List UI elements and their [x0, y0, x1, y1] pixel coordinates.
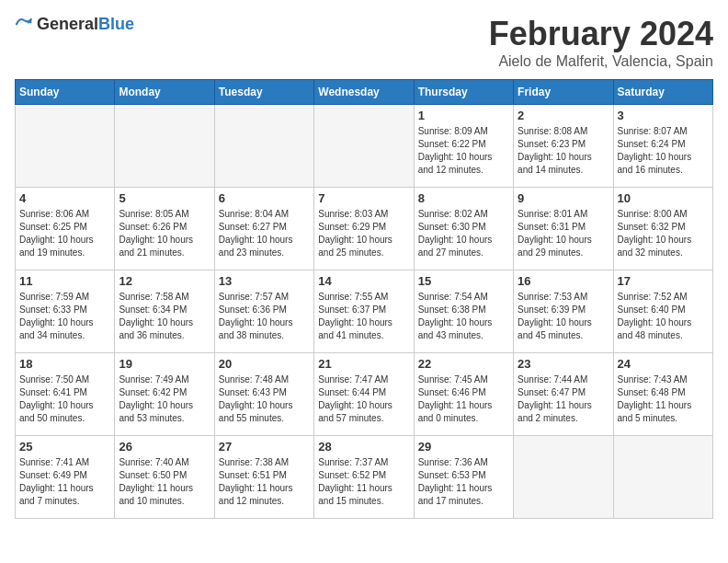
day-info: Sunrise: 8:05 AMSunset: 6:26 PMDaylight:…	[119, 208, 210, 259]
calendar-cell	[514, 436, 613, 519]
day-number: 5	[119, 191, 210, 205]
day-number: 15	[418, 274, 509, 288]
weekday-header-tuesday: Tuesday	[214, 80, 313, 105]
calendar-cell: 18Sunrise: 7:50 AMSunset: 6:41 PMDayligh…	[16, 353, 115, 436]
calendar-week-3: 11Sunrise: 7:59 AMSunset: 6:33 PMDayligh…	[16, 270, 713, 353]
day-info: Sunrise: 7:40 AMSunset: 6:50 PMDaylight:…	[119, 456, 210, 508]
day-number: 9	[518, 191, 609, 205]
day-number: 20	[219, 357, 310, 371]
calendar-cell	[214, 105, 313, 188]
calendar-cell: 15Sunrise: 7:54 AMSunset: 6:38 PMDayligh…	[414, 270, 513, 353]
calendar-week-5: 25Sunrise: 7:41 AMSunset: 6:49 PMDayligh…	[16, 436, 713, 519]
day-info: Sunrise: 7:55 AMSunset: 6:37 PMDaylight:…	[318, 291, 409, 342]
day-number: 14	[318, 274, 409, 288]
weekday-header-friday: Friday	[514, 80, 613, 105]
calendar-cell: 3Sunrise: 8:07 AMSunset: 6:24 PMDaylight…	[613, 105, 712, 188]
calendar-cell: 22Sunrise: 7:45 AMSunset: 6:46 PMDayligh…	[414, 353, 513, 436]
day-info: Sunrise: 8:02 AMSunset: 6:30 PMDaylight:…	[418, 208, 509, 259]
page-header: GeneralBlue February 2024 Aielo de Malfe…	[15, 15, 713, 70]
day-info: Sunrise: 7:49 AMSunset: 6:42 PMDaylight:…	[119, 373, 210, 425]
day-info: Sunrise: 8:04 AMSunset: 6:27 PMDaylight:…	[219, 208, 310, 259]
calendar-cell: 24Sunrise: 7:43 AMSunset: 6:48 PMDayligh…	[613, 353, 712, 436]
logo-text: GeneralBlue	[37, 15, 134, 34]
day-number: 24	[618, 357, 709, 371]
calendar-cell: 9Sunrise: 8:01 AMSunset: 6:31 PMDaylight…	[514, 188, 613, 270]
day-number: 22	[418, 357, 509, 371]
day-number: 13	[219, 274, 310, 288]
weekday-header-sunday: Sunday	[16, 80, 115, 105]
day-info: Sunrise: 7:58 AMSunset: 6:34 PMDaylight:…	[119, 291, 210, 342]
day-info: Sunrise: 8:00 AMSunset: 6:32 PMDaylight:…	[618, 208, 709, 259]
day-number: 26	[119, 440, 210, 454]
day-info: Sunrise: 7:38 AMSunset: 6:51 PMDaylight:…	[219, 456, 310, 508]
location-subtitle: Aielo de Malferit, Valencia, Spain	[489, 53, 713, 70]
calendar-cell: 16Sunrise: 7:53 AMSunset: 6:39 PMDayligh…	[514, 270, 613, 353]
day-number: 1	[418, 109, 509, 122]
day-number: 6	[219, 191, 310, 205]
calendar-cell: 26Sunrise: 7:40 AMSunset: 6:50 PMDayligh…	[115, 436, 214, 519]
title-block: February 2024 Aielo de Malferit, Valenci…	[489, 15, 713, 70]
day-number: 8	[418, 191, 509, 205]
calendar-body: 1Sunrise: 8:09 AMSunset: 6:22 PMDaylight…	[16, 105, 713, 519]
calendar-week-2: 4Sunrise: 8:06 AMSunset: 6:25 PMDaylight…	[16, 188, 713, 270]
calendar-cell: 5Sunrise: 8:05 AMSunset: 6:26 PMDaylight…	[115, 188, 214, 270]
day-info: Sunrise: 8:09 AMSunset: 6:22 PMDaylight:…	[418, 125, 509, 177]
logo-general: General	[37, 15, 98, 33]
calendar-cell: 2Sunrise: 8:08 AMSunset: 6:23 PMDaylight…	[514, 105, 613, 188]
day-number: 21	[318, 357, 409, 371]
calendar-cell: 19Sunrise: 7:49 AMSunset: 6:42 PMDayligh…	[115, 353, 214, 436]
calendar-cell: 12Sunrise: 7:58 AMSunset: 6:34 PMDayligh…	[115, 270, 214, 353]
calendar-cell: 7Sunrise: 8:03 AMSunset: 6:29 PMDaylight…	[314, 188, 414, 270]
calendar-cell: 27Sunrise: 7:38 AMSunset: 6:51 PMDayligh…	[214, 436, 313, 519]
day-info: Sunrise: 7:50 AMSunset: 6:41 PMDaylight:…	[19, 373, 110, 425]
day-number: 19	[119, 357, 210, 371]
logo-blue: Blue	[98, 15, 134, 33]
weekday-header-monday: Monday	[115, 80, 214, 105]
day-number: 11	[19, 274, 110, 288]
day-number: 16	[518, 274, 609, 288]
calendar-cell	[314, 105, 414, 188]
day-number: 10	[618, 191, 709, 205]
day-info: Sunrise: 8:03 AMSunset: 6:29 PMDaylight:…	[318, 208, 409, 259]
calendar-cell: 29Sunrise: 7:36 AMSunset: 6:53 PMDayligh…	[414, 436, 513, 519]
logo-icon	[15, 16, 33, 34]
day-info: Sunrise: 7:47 AMSunset: 6:44 PMDaylight:…	[318, 373, 409, 425]
day-info: Sunrise: 7:44 AMSunset: 6:47 PMDaylight:…	[518, 373, 609, 425]
day-info: Sunrise: 7:41 AMSunset: 6:49 PMDaylight:…	[19, 456, 110, 508]
day-info: Sunrise: 7:45 AMSunset: 6:46 PMDaylight:…	[418, 373, 509, 425]
calendar-cell: 1Sunrise: 8:09 AMSunset: 6:22 PMDaylight…	[414, 105, 513, 188]
day-info: Sunrise: 7:48 AMSunset: 6:43 PMDaylight:…	[219, 373, 310, 425]
day-number: 23	[518, 357, 609, 371]
calendar-cell	[115, 105, 214, 188]
day-info: Sunrise: 7:59 AMSunset: 6:33 PMDaylight:…	[19, 291, 110, 342]
calendar-cell: 21Sunrise: 7:47 AMSunset: 6:44 PMDayligh…	[314, 353, 414, 436]
day-info: Sunrise: 7:57 AMSunset: 6:36 PMDaylight:…	[219, 291, 310, 342]
day-number: 28	[318, 440, 409, 454]
calendar-cell: 28Sunrise: 7:37 AMSunset: 6:52 PMDayligh…	[314, 436, 414, 519]
calendar-cell	[16, 105, 115, 188]
calendar-cell: 10Sunrise: 8:00 AMSunset: 6:32 PMDayligh…	[613, 188, 712, 270]
weekday-header-wednesday: Wednesday	[314, 80, 414, 105]
day-number: 2	[518, 109, 609, 122]
day-number: 25	[19, 440, 110, 454]
calendar-cell: 14Sunrise: 7:55 AMSunset: 6:37 PMDayligh…	[314, 270, 414, 353]
day-info: Sunrise: 7:43 AMSunset: 6:48 PMDaylight:…	[618, 373, 709, 425]
day-info: Sunrise: 7:37 AMSunset: 6:52 PMDaylight:…	[318, 456, 409, 508]
day-info: Sunrise: 8:06 AMSunset: 6:25 PMDaylight:…	[19, 208, 110, 259]
day-number: 4	[19, 191, 110, 205]
calendar-table: SundayMondayTuesdayWednesdayThursdayFrid…	[15, 79, 713, 519]
day-number: 27	[219, 440, 310, 454]
day-info: Sunrise: 8:07 AMSunset: 6:24 PMDaylight:…	[618, 125, 709, 177]
calendar-cell: 25Sunrise: 7:41 AMSunset: 6:49 PMDayligh…	[16, 436, 115, 519]
weekday-header-thursday: Thursday	[414, 80, 513, 105]
calendar-cell	[613, 436, 712, 519]
calendar-cell: 23Sunrise: 7:44 AMSunset: 6:47 PMDayligh…	[514, 353, 613, 436]
day-number: 12	[119, 274, 210, 288]
day-info: Sunrise: 7:54 AMSunset: 6:38 PMDaylight:…	[418, 291, 509, 342]
calendar-cell: 20Sunrise: 7:48 AMSunset: 6:43 PMDayligh…	[214, 353, 313, 436]
day-info: Sunrise: 8:01 AMSunset: 6:31 PMDaylight:…	[518, 208, 609, 259]
day-info: Sunrise: 7:53 AMSunset: 6:39 PMDaylight:…	[518, 291, 609, 342]
day-info: Sunrise: 7:36 AMSunset: 6:53 PMDaylight:…	[418, 456, 509, 508]
weekday-row: SundayMondayTuesdayWednesdayThursdayFrid…	[16, 80, 713, 105]
day-number: 7	[318, 191, 409, 205]
